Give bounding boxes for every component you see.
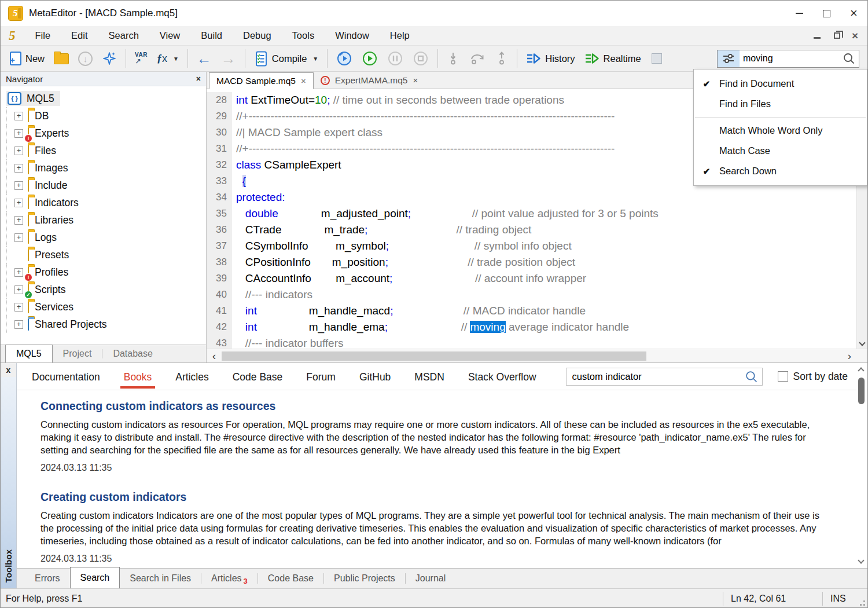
editor-horizontal-scrollbar[interactable]: ‹ ›: [207, 349, 867, 362]
debug-stop-button[interactable]: [408, 48, 433, 69]
expand-icon[interactable]: +: [14, 146, 23, 155]
step-over-button[interactable]: [464, 48, 491, 69]
new-button[interactable]: New: [5, 48, 49, 69]
bottom-tab-articles[interactable]: Articles3: [201, 569, 258, 588]
expand-icon[interactable]: +: [14, 181, 23, 190]
menu-file[interactable]: File: [25, 26, 61, 45]
toolbox-tab-forum[interactable]: Forum: [305, 364, 337, 389]
toolbox-tab-github[interactable]: GitHub: [358, 364, 392, 389]
expand-icon[interactable]: +: [14, 303, 23, 312]
toolbox-tab-books[interactable]: Books: [123, 364, 153, 389]
toolbox-tab-msdn[interactable]: MSDN: [413, 364, 446, 389]
ai-assistant-button[interactable]: [97, 48, 122, 69]
sort-by-date-option[interactable]: Sort by date: [778, 371, 848, 383]
editor-tab-expertmama-mq5[interactable]: !ExpertMAMA.mq5×: [314, 72, 425, 89]
tree-item-indicators[interactable]: +Indicators: [6, 194, 206, 211]
search-input[interactable]: [740, 53, 843, 64]
tree-item-services[interactable]: +Services: [6, 298, 206, 316]
tree-item-presets[interactable]: Presets: [6, 246, 206, 263]
menu-debug[interactable]: Debug: [233, 26, 282, 45]
expand-icon[interactable]: +: [14, 233, 23, 242]
tab-close-icon[interactable]: ×: [413, 75, 418, 85]
step-into-button[interactable]: [442, 48, 464, 69]
realtime-button[interactable]: Realtime: [580, 48, 646, 69]
search-icon[interactable]: [843, 52, 855, 65]
toolbox-tab-documentation[interactable]: Documentation: [31, 364, 101, 389]
debug-start-button[interactable]: [357, 48, 382, 69]
navigate-back-button[interactable]: ←: [192, 48, 216, 69]
styler-button[interactable]: VAR↗: [130, 48, 152, 69]
menu-item-match-case[interactable]: Match Case: [694, 141, 867, 161]
toolbox-scrollbar[interactable]: [856, 365, 867, 565]
scroll-down-icon[interactable]: [858, 557, 864, 563]
menu-item-find-in-files[interactable]: Find in Files: [694, 94, 867, 114]
code-line[interactable]: 43 //--- indicator buffers: [207, 335, 867, 349]
menu-item-search-down[interactable]: ✔Search Down: [694, 161, 867, 181]
save-button[interactable]: ↓: [73, 48, 97, 69]
tree-item-shared-projects[interactable]: +Shared Projects: [6, 316, 206, 333]
scroll-right-icon[interactable]: ›: [844, 350, 855, 362]
expand-icon[interactable]: +: [14, 268, 23, 277]
code-line[interactable]: 40 //--- indicators: [207, 287, 867, 303]
bottom-tab-errors[interactable]: Errors: [25, 569, 70, 588]
tree-item-scripts[interactable]: +✓Scripts: [6, 281, 206, 298]
menu-tools[interactable]: Tools: [282, 26, 325, 45]
navigator-tab-database[interactable]: Database: [102, 345, 163, 362]
tree-item-files[interactable]: +Files: [6, 142, 206, 159]
navigate-forward-button[interactable]: →: [216, 48, 241, 69]
tree-item-logs[interactable]: +Logs: [6, 229, 206, 246]
scroll-up-icon[interactable]: [858, 367, 864, 373]
search-icon[interactable]: [745, 370, 758, 383]
tree-item-experts[interactable]: +!Experts: [6, 124, 206, 142]
tree-item-include[interactable]: +Include: [6, 177, 206, 194]
scroll-down-icon[interactable]: [859, 339, 865, 346]
debug-pause-button[interactable]: [382, 48, 408, 69]
mdi-close-icon[interactable]: ×: [852, 30, 858, 41]
code-line[interactable]: 36 CTrade m_trade; // trading object: [207, 222, 867, 238]
tree-item-profiles[interactable]: +!Profiles: [6, 263, 206, 281]
menu-build[interactable]: Build: [190, 26, 233, 45]
mdi-restore-icon[interactable]: [834, 32, 840, 39]
mdi-minimize-icon[interactable]: [814, 37, 821, 39]
bottom-tab-public-projects[interactable]: Public Projects: [324, 569, 405, 588]
sort-by-date-checkbox[interactable]: [778, 371, 788, 382]
menu-search[interactable]: Search: [98, 26, 149, 45]
toolbox-search-input[interactable]: [567, 371, 745, 382]
code-line[interactable]: 35 double m_adjusted_point; // point val…: [207, 206, 867, 222]
expand-icon[interactable]: +: [14, 320, 23, 329]
editor-tab-macd-sample-mq5[interactable]: MACD Sample.mq5×: [209, 72, 314, 89]
menu-window[interactable]: Window: [325, 26, 380, 45]
menu-item-find-in-document[interactable]: ✔Find in Document: [694, 74, 867, 94]
scroll-left-icon[interactable]: ‹: [209, 350, 219, 362]
expand-icon[interactable]: +: [14, 216, 23, 225]
menu-view[interactable]: View: [149, 26, 190, 45]
tree-item-mql5[interactable]: MQL5: [6, 90, 206, 107]
open-button[interactable]: [49, 48, 73, 69]
code-line[interactable]: 39 CAccountInfo m_account; // account in…: [207, 270, 867, 287]
step-out-button[interactable]: [491, 48, 513, 69]
bottom-tab-journal[interactable]: Journal: [406, 569, 455, 588]
toolbox-close-icon[interactable]: x: [1, 363, 16, 377]
toolbar-checkbox[interactable]: [652, 53, 662, 64]
tab-close-icon[interactable]: ×: [301, 76, 306, 86]
history-button[interactable]: History: [521, 48, 579, 69]
navigator-tab-project[interactable]: Project: [53, 345, 102, 362]
menu-item-match-whole-word-only[interactable]: Match Whole Word Only: [694, 120, 867, 141]
close-button[interactable]: ×: [840, 1, 867, 26]
resize-grip[interactable]: [857, 598, 865, 606]
menu-help[interactable]: Help: [380, 26, 420, 45]
bottom-tab-search-in-files[interactable]: Search in Files: [120, 569, 201, 588]
result-title[interactable]: Connecting custom indicators as resource…: [41, 400, 833, 413]
code-line[interactable]: 42 int m_handle_ema; // moving average i…: [207, 319, 867, 335]
compile-button[interactable]: Compile ▼: [249, 48, 323, 69]
minimize-button[interactable]: [786, 1, 813, 26]
code-line[interactable]: 37 CSymbolInfo m_symbol; // symbol info …: [207, 238, 867, 254]
expand-icon[interactable]: +: [14, 112, 23, 120]
code-line[interactable]: 41 int m_handle_macd; // MACD indicator …: [207, 303, 867, 319]
result-title[interactable]: Creating custom indicators: [41, 490, 833, 504]
expand-icon[interactable]: +: [14, 164, 23, 173]
bottom-tab-code-base[interactable]: Code Base: [258, 569, 323, 588]
insert-function-button[interactable]: ƒx ▼: [152, 48, 183, 69]
scrollbar-thumb[interactable]: [858, 378, 865, 404]
bottom-tab-search[interactable]: Search: [70, 567, 120, 588]
